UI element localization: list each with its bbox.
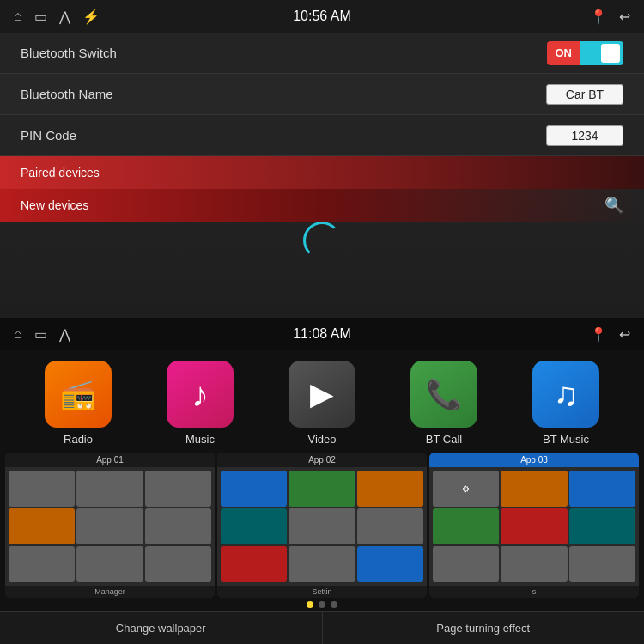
- thumbnail-app02[interactable]: App 02 Settin: [217, 453, 427, 598]
- pin-code-input[interactable]: 1234: [546, 125, 623, 146]
- dot-3[interactable]: [331, 601, 337, 608]
- radio-icon[interactable]: 📻: [45, 361, 112, 428]
- btmusic-icon[interactable]: ♫: [532, 361, 599, 428]
- thumb-header-app02: App 02: [217, 453, 427, 467]
- bluetooth-switch-row: Bluetooth Switch ON: [0, 33, 644, 74]
- bluetooth-switch-value[interactable]: ON: [547, 41, 624, 65]
- bottom-status-bar: ⌂ ▭ ⋀ 11:08 AM 📍 ↩: [0, 318, 644, 350]
- dot-1[interactable]: [307, 601, 313, 608]
- thumb-body-app01: [5, 467, 215, 586]
- pin-code-row: PIN Code 1234: [0, 115, 644, 156]
- status-bar-right-icons: 📍 ↩: [590, 9, 630, 25]
- app-btcall[interactable]: 📞 BT Call: [399, 361, 489, 446]
- loading-spinner: [303, 222, 341, 259]
- bluetooth-toggle[interactable]: ON: [547, 41, 624, 65]
- bluetooth-name-label: Bluetooth Name: [21, 87, 113, 101]
- paired-devices-label: Paired devices: [21, 166, 100, 179]
- pin-code-label: PIN Code: [21, 128, 76, 143]
- thumb-header-app01: App 01: [5, 453, 215, 467]
- thumb-body-app02: [217, 467, 427, 586]
- bottom-status-bar-right: 📍 ↩: [590, 326, 630, 343]
- new-devices-label: New devices: [21, 198, 88, 212]
- btmusic-label: BT Music: [543, 433, 589, 446]
- btcall-icon-sym: 📞: [426, 377, 462, 411]
- change-wallpaper-label: Change wallpaper: [116, 622, 206, 635]
- back-icon[interactable]: ↩: [619, 9, 630, 25]
- bluetooth-switch-label: Bluetooth Switch: [21, 46, 117, 60]
- page-turning-effect-label: Page turning effect: [436, 622, 530, 635]
- thumb-sublabel-app03: s: [429, 586, 639, 598]
- top-clock: 10:56 AM: [293, 9, 351, 24]
- thumb-sublabel-app01: Manager: [5, 586, 215, 598]
- apps-section: 📻 Radio ♪ Music ▶ Video 📞 BT Call ♫: [0, 350, 644, 453]
- btmusic-icon-sym: ♫: [554, 376, 579, 413]
- chevron-up-icon[interactable]: ⋀: [59, 9, 70, 25]
- top-status-bar: ⌂ ▭ ⋀ ⚡ 10:56 AM 📍 ↩: [0, 0, 644, 33]
- thumbnails-section: App 01 Manager App 02: [0, 453, 644, 598]
- app-launcher-panel: ⌂ ▭ ⋀ 11:08 AM 📍 ↩ 📻 Radio ♪ Music ▶: [0, 318, 644, 644]
- bottom-back-icon[interactable]: ↩: [619, 326, 630, 343]
- dot-2[interactable]: [319, 601, 325, 608]
- video-icon-sym: ▶: [310, 376, 334, 412]
- usb-icon: ⚡: [82, 9, 100, 25]
- bottom-location-icon: 📍: [590, 326, 607, 343]
- toggle-knob: [601, 44, 620, 63]
- btcall-label: BT Call: [426, 433, 462, 446]
- thumb-header-app03: App 03: [429, 453, 639, 467]
- pin-code-value[interactable]: 1234: [546, 125, 623, 146]
- new-devices-header[interactable]: New devices 🔍: [0, 189, 644, 222]
- radio-icon-sym: 📻: [60, 377, 96, 411]
- bottom-action-bar: Change wallpaper Page turning effect: [0, 611, 644, 644]
- btcall-icon[interactable]: 📞: [410, 361, 477, 428]
- page-dots: [0, 598, 644, 611]
- bottom-status-bar-left: ⌂ ▭ ⋀: [14, 326, 70, 343]
- music-icon[interactable]: ♪: [167, 361, 234, 428]
- bluetooth-settings-panel: ⌂ ▭ ⋀ ⚡ 10:56 AM 📍 ↩ Bluetooth Switch ON: [0, 0, 644, 318]
- app-radio[interactable]: 📻 Radio: [33, 361, 124, 446]
- bottom-home-icon[interactable]: ⌂: [14, 326, 22, 342]
- thumb-sublabel-app02: Settin: [217, 586, 427, 598]
- bluetooth-name-input[interactable]: Car BT: [546, 84, 623, 105]
- bottom-chevron-up-icon[interactable]: ⋀: [59, 326, 70, 343]
- bottom-screen-icon[interactable]: ▭: [34, 326, 47, 343]
- app-btmusic[interactable]: ♫ BT Music: [521, 361, 611, 446]
- search-icon[interactable]: 🔍: [605, 196, 623, 215]
- location-icon: 📍: [590, 9, 607, 25]
- status-bar-left-icons: ⌂ ▭ ⋀ ⚡: [14, 9, 100, 25]
- app-video[interactable]: ▶ Video: [277, 361, 368, 446]
- bluetooth-name-value[interactable]: Car BT: [546, 84, 623, 105]
- home-icon[interactable]: ⌂: [14, 9, 22, 24]
- app-music[interactable]: ♪ Music: [155, 361, 246, 446]
- thumbnail-app03[interactable]: App 03 ⚙ s: [429, 453, 639, 598]
- video-icon[interactable]: ▶: [289, 361, 355, 428]
- change-wallpaper-button[interactable]: Change wallpaper: [0, 612, 323, 644]
- loading-area: [0, 222, 644, 259]
- thumbnail-app01[interactable]: App 01 Manager: [5, 453, 215, 598]
- thumb-body-app03: ⚙: [429, 467, 639, 586]
- radio-label: Radio: [64, 433, 93, 446]
- page-turning-effect-button[interactable]: Page turning effect: [323, 612, 645, 644]
- settings-content: Bluetooth Switch ON Bluetooth Name Car B…: [0, 33, 644, 318]
- bottom-clock: 11:08 AM: [293, 326, 351, 342]
- paired-devices-header[interactable]: Paired devices: [0, 156, 644, 189]
- music-label: Music: [185, 433, 215, 446]
- bluetooth-name-row: Bluetooth Name Car BT: [0, 74, 644, 115]
- toggle-bar: [580, 41, 623, 65]
- screen-icon[interactable]: ▭: [34, 9, 47, 25]
- toggle-on-label: ON: [547, 41, 581, 65]
- video-label: Video: [307, 433, 336, 446]
- music-icon-sym: ♪: [191, 375, 209, 414]
